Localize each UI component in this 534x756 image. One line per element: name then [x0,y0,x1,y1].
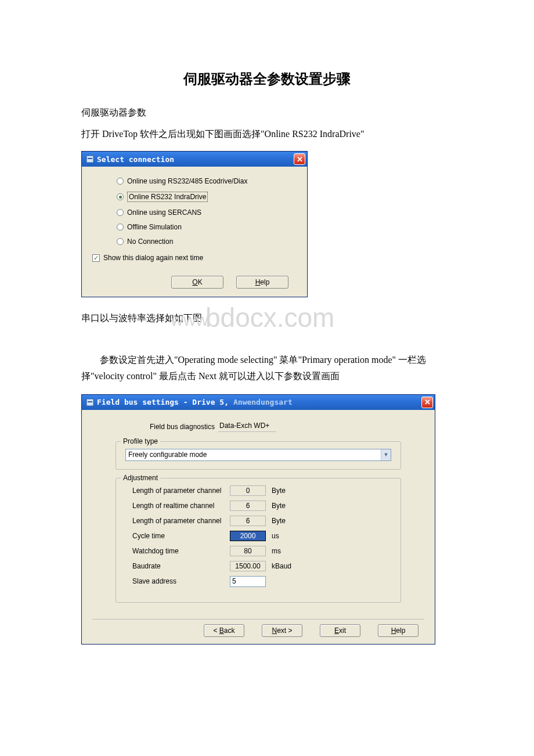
titlebar: Field bus settings - Drive 5, Anwendungs… [82,395,435,410]
app-icon [85,398,95,407]
dropdown-value: Freely configurable mode [128,451,207,459]
watermark-www: www. [171,310,212,330]
radio-label: Online using RS232/485 Ecodrive/Diax [127,177,247,185]
field-label: Slave address [125,577,230,585]
watermark-text: bdocx.com [205,302,334,333]
radio-label: Online RS232 IndraDrive [127,192,208,202]
app-icon [85,154,95,164]
field-unit: kBaud [272,562,301,570]
fieldbus-settings-dialog: Field bus settings - Drive 5, Anwendungs… [81,394,435,645]
field-value[interactable]: 2000 [230,531,266,541]
exit-button[interactable]: Exit [320,624,360,637]
radio-ecodrive[interactable]: Online using RS232/485 Ecodrive/Diax [117,177,300,185]
row-baudrate: Baudrate 1500.00 kBaud [125,561,391,571]
paragraph-3: 参数设定首先进入"Operating mode selecting" 菜单"Pr… [81,352,453,383]
row-cycle-time: Cycle time 2000 us [125,531,391,541]
diag-label: Field bus diagnostics [125,423,215,431]
field-unit: Byte [272,517,301,525]
radio-icon [117,224,124,231]
radio-label: No Connection [127,237,173,246]
radio-offline[interactable]: Offline Simulation [117,223,300,231]
field-value: 6 [230,501,266,511]
chevron-down-icon: ▼ [381,449,391,460]
svg-rect-1 [88,158,92,159]
page-title: 伺服驱动器全参数设置步骤 [81,70,453,88]
connection-radio-group: Online using RS232/485 Ecodrive/Diax Onl… [89,177,300,246]
radio-label: Online using SERCANS [127,208,201,217]
field-unit: Byte [272,502,301,510]
adjustment-group: Adjustment Length of parameter channel 0… [116,478,401,603]
help-button[interactable]: Help [378,624,418,637]
row-param-channel-2: Length of parameter channel 6 Byte [125,516,391,526]
radio-sercans[interactable]: Online using SERCANS [117,208,300,217]
row-param-channel-1: Length of parameter channel 0 Byte [125,485,391,496]
field-label: Length of realtime channel [125,502,230,510]
checkbox-icon: ✓ [92,254,100,262]
field-value: 6 [230,516,266,526]
radio-icon [117,193,124,200]
dialog2-title2: Anwendungsart [233,398,293,406]
paragraph-1: 伺服驱动器参数 [81,105,453,120]
ok-button[interactable]: OK [171,276,223,289]
field-value: 0 [230,485,266,496]
field-value: 80 [230,546,266,556]
radio-icon [117,209,124,216]
radio-noconn[interactable]: No Connection [117,237,300,246]
profile-legend: Profile type [121,437,160,445]
row-realtime-channel: Length of realtime channel 6 Byte [125,501,391,511]
dialog2-title1: Field bus settings - Drive 5, [97,398,229,406]
field-unit: ms [272,547,301,555]
paragraph-2: 打开 DriveTop 软件之后出现如下图画面选择"Online RS232 I… [81,126,453,142]
show-dialog-checkbox[interactable]: ✓ Show this dialog again next time [92,254,300,262]
radio-indradrive[interactable]: Online RS232 IndraDrive [117,192,300,202]
radio-icon [117,238,124,245]
close-button[interactable]: ✕ [294,153,305,165]
back-button[interactable]: < Back [204,624,244,637]
radio-label: Offline Simulation [127,223,182,231]
slave-address-input[interactable]: 5 [230,576,266,587]
field-unit: Byte [272,487,301,495]
adjustment-legend: Adjustment [121,474,160,482]
field-label: Watchdog time [125,547,230,555]
titlebar: Select connection ✕ [82,152,307,167]
diag-value: Data-Exch WD+ [218,422,276,432]
field-value: 1500.00 [230,561,266,571]
field-unit: us [272,532,301,540]
checkbox-label: Show this dialog again next time [103,254,203,262]
select-connection-dialog: Select connection ✕ Online using RS232/4… [81,151,308,297]
field-label: Baudrate [125,562,230,570]
field-label: Length of parameter channel [125,487,230,495]
next-button[interactable]: Next > [262,624,302,637]
field-label: Length of parameter channel [125,517,230,525]
radio-icon [117,178,124,185]
profile-type-group: Profile type Freely configurable mode ▼ [116,441,401,470]
field-label: Cycle time [125,532,230,540]
dialog-title: Select connection [97,155,174,164]
help-button[interactable]: Help [236,276,288,289]
row-slave-address: Slave address 5 [125,576,391,587]
row-watchdog-time: Watchdog time 80 ms [125,546,391,556]
profile-type-dropdown[interactable]: Freely configurable mode ▼ [125,449,391,461]
svg-rect-3 [88,401,92,402]
close-button[interactable]: ✕ [421,397,433,408]
